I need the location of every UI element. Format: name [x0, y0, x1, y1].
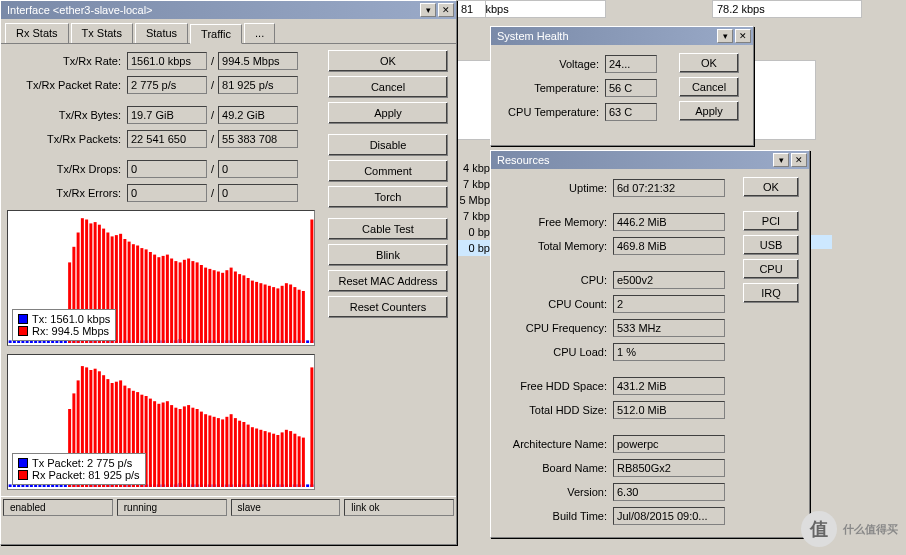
svg-rect-258	[187, 405, 190, 487]
svg-rect-269	[234, 418, 237, 487]
cpuload-label: CPU Load:	[495, 346, 613, 358]
health-ok-button[interactable]: OK	[679, 53, 739, 73]
rx-errors: 0	[218, 184, 298, 202]
svg-rect-105	[149, 252, 152, 343]
voltage-label: Voltage:	[499, 58, 605, 70]
tab-traffic[interactable]: Traffic	[190, 24, 242, 44]
svg-rect-128	[247, 278, 250, 343]
apply-button[interactable]: Apply	[328, 102, 448, 124]
svg-rect-267	[225, 417, 228, 487]
bg-rate-2: 78.2 kbps	[712, 0, 862, 18]
tx-drops: 0	[127, 160, 207, 178]
svg-rect-281	[285, 430, 288, 487]
reset-mac-button[interactable]: Reset MAC Address	[328, 270, 448, 292]
cputemp-value: 63 C	[605, 103, 657, 121]
cpucount-value: 2	[613, 295, 725, 313]
minimize-icon[interactable]: ▾	[773, 153, 789, 167]
svg-rect-115	[191, 261, 194, 343]
pci-button[interactable]: PCI	[743, 211, 799, 231]
svg-rect-106	[153, 255, 156, 343]
tab-more[interactable]: ...	[244, 23, 275, 43]
cancel-button[interactable]: Cancel	[328, 76, 448, 98]
tab-status[interactable]: Status	[135, 23, 188, 43]
svg-rect-134	[272, 287, 275, 343]
version-label: Version:	[495, 486, 613, 498]
uptime-value: 6d 07:21:32	[613, 179, 725, 197]
svg-rect-265	[217, 418, 220, 487]
minimize-icon[interactable]: ▾	[717, 29, 733, 43]
health-cancel-button[interactable]: Cancel	[679, 77, 739, 97]
svg-rect-121	[217, 272, 220, 344]
rx-packets: 55 383 708	[218, 130, 298, 148]
blink-button[interactable]: Blink	[328, 244, 448, 266]
resources-titlebar[interactable]: Resources ▾ ✕	[491, 151, 809, 169]
tothdd-label: Total HDD Size:	[495, 404, 613, 416]
tx-bytes: 19.7 GiB	[127, 106, 207, 124]
svg-rect-116	[196, 262, 199, 343]
interface-titlebar[interactable]: Interface <ether3-slave-local> ▾ ✕	[1, 1, 456, 19]
svg-rect-279	[276, 435, 279, 487]
cpufreq-value: 533 MHz	[613, 319, 725, 337]
interface-tabs: Rx Stats Tx Stats Status Traffic ...	[1, 19, 456, 44]
tab-tx-stats[interactable]: Tx Stats	[71, 23, 133, 43]
reset-counters-button[interactable]: Reset Counters	[328, 296, 448, 318]
svg-rect-268	[230, 414, 233, 487]
disable-button[interactable]: Disable	[328, 134, 448, 156]
health-titlebar[interactable]: System Health ▾ ✕	[491, 27, 753, 45]
usb-button[interactable]: USB	[743, 235, 799, 255]
totmem-value: 469.8 MiB	[613, 237, 725, 255]
interface-title: Interface <ether3-slave-local>	[3, 4, 418, 16]
svg-rect-249	[149, 399, 152, 487]
interface-window: Interface <ether3-slave-local> ▾ ✕ Rx St…	[0, 0, 457, 545]
svg-rect-101	[132, 244, 135, 343]
irq-button[interactable]: IRQ	[743, 283, 799, 303]
close-icon[interactable]: ✕	[791, 153, 807, 167]
close-icon[interactable]: ✕	[438, 3, 454, 17]
comment-button[interactable]: Comment	[328, 160, 448, 182]
svg-rect-284	[298, 436, 301, 487]
svg-rect-110	[170, 259, 173, 344]
board-label: Board Name:	[495, 462, 613, 474]
svg-rect-285	[302, 438, 305, 487]
torch-button[interactable]: Torch	[328, 186, 448, 208]
voltage-value: 24...	[605, 55, 657, 73]
svg-rect-108	[162, 256, 165, 343]
cpu-label: CPU:	[495, 274, 613, 286]
svg-rect-123	[225, 270, 228, 343]
status-slave: slave	[231, 499, 341, 516]
svg-rect-70	[306, 340, 309, 343]
ok-button[interactable]: OK	[328, 50, 448, 72]
watermark: 值 什么值得买	[801, 511, 898, 547]
svg-rect-262	[204, 414, 207, 487]
resources-ok-button[interactable]: OK	[743, 177, 799, 197]
rx-prate: 81 925 p/s	[218, 76, 298, 94]
freehdd-value: 431.2 MiB	[613, 377, 725, 395]
cable-test-button[interactable]: Cable Test	[328, 218, 448, 240]
svg-rect-125	[234, 272, 237, 344]
svg-rect-138	[289, 285, 292, 344]
svg-rect-256	[179, 409, 182, 487]
svg-rect-140	[298, 290, 301, 343]
tx-errors: 0	[127, 184, 207, 202]
cpu-button[interactable]: CPU	[743, 259, 799, 279]
close-icon[interactable]: ✕	[735, 29, 751, 43]
svg-rect-287	[310, 367, 313, 487]
svg-rect-107	[157, 257, 160, 343]
freemem-value: 446.2 MiB	[613, 213, 725, 231]
svg-rect-112	[179, 262, 182, 343]
svg-rect-111	[174, 261, 177, 343]
cpu-value: e500v2	[613, 271, 725, 289]
minimize-icon[interactable]: ▾	[420, 3, 436, 17]
tab-rx-stats[interactable]: Rx Stats	[5, 23, 69, 43]
health-title: System Health	[493, 30, 715, 42]
svg-rect-114	[187, 259, 190, 344]
svg-rect-259	[191, 408, 194, 487]
svg-rect-252	[162, 403, 165, 488]
watermark-icon: 值	[801, 511, 837, 547]
uptime-label: Uptime:	[495, 182, 613, 194]
svg-rect-117	[200, 265, 203, 343]
svg-rect-130	[255, 282, 258, 343]
health-apply-button[interactable]: Apply	[679, 101, 739, 121]
board-value: RB850Gx2	[613, 459, 725, 477]
tx-packets: 22 541 650	[127, 130, 207, 148]
